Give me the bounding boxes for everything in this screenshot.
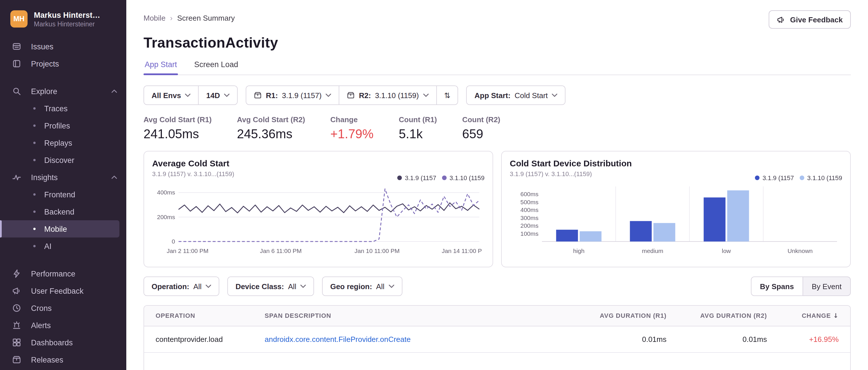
sidebar-item-issues[interactable]: Issues [0, 38, 126, 55]
release-r1-filter[interactable]: R1:3.1.9 (1157) [246, 86, 339, 104]
device-class-filter[interactable]: Device Class:All [228, 277, 313, 295]
sidebar-item-label: Discover [44, 156, 74, 164]
device-class-filter-group: Device Class:All [227, 276, 314, 296]
col-change[interactable]: Change↓ [778, 306, 850, 326]
chevron-down-icon [300, 284, 306, 288]
sidebar-item-label: Backend [44, 207, 74, 216]
chevron-up-icon [112, 90, 117, 93]
chart-legend: 3.1.9 (1157 3.1.10 (1159 [755, 174, 842, 181]
sidebar-item-alerts[interactable]: Alerts [0, 317, 126, 334]
svg-text:100ms: 100ms [520, 230, 538, 237]
sidebar-item-explore[interactable]: Explore [0, 82, 126, 100]
release-icon [254, 91, 262, 99]
col-span-description[interactable]: Span Description [253, 306, 580, 326]
svg-text:Jan 6 11:00 PM: Jan 6 11:00 PM [260, 247, 302, 254]
bullet-icon [33, 245, 36, 247]
col-operation[interactable]: Operation [144, 306, 253, 326]
sidebar-item-label: Releases [31, 356, 63, 364]
average-cold-start-chart: 0200ms400msJan 2 11:00 PMJan 6 11:00 PMJ… [152, 182, 482, 262]
chart-title: Cold Start Device Distribution [510, 158, 842, 168]
sidebar-item-projects[interactable]: Projects [0, 55, 126, 72]
sidebar-item-discover[interactable]: Discover [0, 152, 126, 169]
svg-text:400ms: 400ms [520, 206, 538, 213]
sort-desc-icon: ↓ [833, 312, 839, 319]
by-spans-toggle[interactable]: By Spans [751, 277, 803, 295]
cell-change: +16.95% [778, 327, 850, 352]
sidebar-item-label: Profiles [44, 121, 70, 130]
legend-r1[interactable]: 3.1.9 (1157 [397, 174, 436, 181]
swap-releases-button[interactable]: ⇅ [436, 86, 458, 104]
by-event-toggle[interactable]: By Event [803, 277, 850, 295]
breadcrumb-mobile[interactable]: Mobile [144, 14, 166, 22]
bullet-icon [33, 159, 36, 161]
table-row[interactable]: contentprovider.load androidx.core.conte… [144, 327, 850, 352]
siren-icon [11, 321, 21, 330]
sidebar-item-frontend[interactable]: Frontend [0, 186, 126, 203]
breadcrumb-current: Screen Summary [177, 14, 235, 22]
filter-bar: All Envs 14D R1:3.1.9 (1157) R2:3.1.10 (… [144, 86, 851, 105]
geo-region-filter[interactable]: Geo region:All [322, 277, 402, 295]
legend-dot-icon [397, 175, 402, 180]
device-distribution-bar-chart: 100ms200ms300ms400ms500ms600mshighmedium… [510, 182, 840, 262]
environment-filter[interactable]: All Envs [144, 86, 198, 104]
issues-icon [11, 42, 21, 51]
org-subtitle: Markus Hintersteiner [34, 20, 102, 27]
sidebar-item-label: Issues [31, 42, 53, 51]
chevron-down-icon [206, 284, 211, 288]
sidebar-item-profiles[interactable]: Profiles [0, 117, 126, 134]
sidebar-item-ai[interactable]: AI [0, 237, 126, 255]
release-r2-filter[interactable]: R2:3.1.10 (1159) [339, 86, 436, 104]
operation-filter[interactable]: Operation:All [144, 277, 219, 295]
col-avg-duration-r1[interactable]: Avg Duration (R1) [580, 306, 678, 326]
sidebar-item-label: Explore [31, 87, 57, 96]
chevron-down-icon [423, 94, 429, 97]
cell-avg-duration-r1: 0.01ms [580, 327, 678, 352]
legend-r2[interactable]: 3.1.10 (1159 [800, 174, 842, 181]
spans-table: Operation Span Description Avg Duration … [144, 305, 851, 370]
svg-text:200ms: 200ms [157, 214, 175, 220]
sidebar-item-user-feedback[interactable]: User Feedback [0, 282, 126, 299]
sidebar-item-replays[interactable]: Replays [0, 134, 126, 152]
topbar: Mobile›Screen Summary Give Feedback [144, 10, 851, 29]
org-switcher[interactable]: MH Markus Hintersteiner Markus Hinterste… [0, 8, 126, 30]
give-feedback-button[interactable]: Give Feedback [769, 10, 851, 29]
table-row-partial [144, 352, 850, 370]
sidebar-item-backend[interactable]: Backend [0, 203, 126, 220]
sidebar-item-traces[interactable]: Traces [0, 100, 126, 117]
svg-text:low: low [722, 247, 731, 254]
sidebar-item-label: Traces [44, 104, 68, 113]
date-range-filter[interactable]: 14D [198, 86, 237, 104]
bullet-icon [33, 210, 36, 213]
cell-avg-duration-r2: 0.01ms [678, 327, 778, 352]
svg-text:300ms: 300ms [520, 214, 538, 221]
legend-r1[interactable]: 3.1.9 (1157 [755, 174, 794, 181]
sidebar-item-crons[interactable]: Crons [0, 299, 126, 317]
legend-r2[interactable]: 3.1.10 (1159 [442, 174, 485, 181]
page-title: TransactionActivity [144, 34, 851, 51]
col-avg-duration-r2[interactable]: Avg Duration (R2) [678, 306, 778, 326]
app-start-type-filter[interactable]: App Start:Cold Start [467, 86, 565, 104]
sidebar-item-releases[interactable]: Releases [0, 351, 126, 368]
org-name: Markus Hintersteiner [34, 11, 102, 19]
performance-icon [11, 269, 21, 278]
sidebar-item-label: User Feedback [31, 287, 84, 295]
sidebar-item-insights[interactable]: Insights [0, 169, 126, 186]
chevron-up-icon [112, 175, 117, 179]
svg-text:medium: medium [642, 247, 663, 254]
search-icon [11, 86, 21, 96]
stat-avg-cold-start-r1: Avg Cold Start (R1) 241.05ms [144, 115, 212, 142]
tab-screen-load[interactable]: Screen Load [193, 60, 239, 75]
clock-icon [11, 303, 21, 313]
sidebar-item-label: Frontend [44, 190, 75, 199]
stat-change: Change +1.79% [330, 115, 373, 142]
svg-text:500ms: 500ms [520, 199, 538, 205]
span-description-link[interactable]: androidx.core.content.FileProvider.onCre… [265, 335, 411, 344]
sidebar-item-dashboards[interactable]: Dashboards [0, 334, 126, 351]
legend-dot-icon [442, 175, 446, 180]
sidebar-item-mobile[interactable]: Mobile [0, 220, 119, 237]
geo-region-filter-group: Geo region:All [322, 276, 402, 296]
sidebar-item-performance[interactable]: Performance [0, 265, 126, 282]
tab-app-start[interactable]: App Start [144, 60, 178, 75]
release-compare-group: R1:3.1.9 (1157) R2:3.1.10 (1159) ⇅ [246, 86, 458, 105]
megaphone-icon [777, 15, 785, 24]
